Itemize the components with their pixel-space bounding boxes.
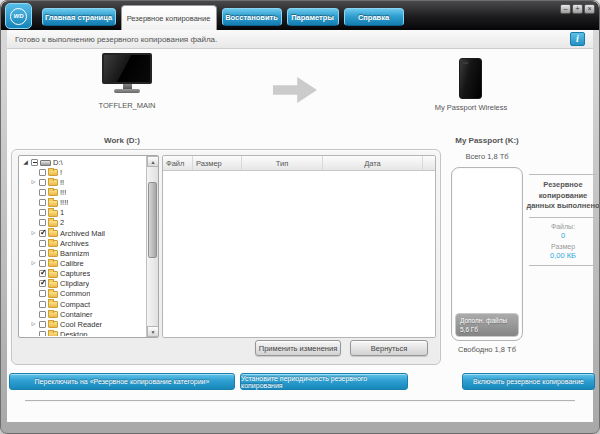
- tree-item[interactable]: Calibre: [20, 258, 145, 268]
- folder-checkbox[interactable]: [39, 250, 46, 257]
- tree-item[interactable]: Compact: [20, 299, 145, 309]
- folder-name: !!!: [60, 188, 66, 197]
- source-name: TOFFLER_MAIN: [67, 101, 187, 110]
- folder-icon: [48, 179, 58, 186]
- column-header-date[interactable]: Дата: [323, 156, 423, 170]
- tree-root-item[interactable]: D:\: [20, 157, 145, 167]
- expander-icon[interactable]: [30, 229, 37, 237]
- main-content: TOFFLER_MAIN My Passport Wireless Work (…: [7, 49, 593, 422]
- expander-icon[interactable]: [30, 320, 37, 328]
- maximize-button[interactable]: +: [572, 4, 583, 14]
- column-header-file[interactable]: Файл: [163, 156, 193, 170]
- folder-name: Cool Reader: [60, 320, 102, 329]
- tab-help[interactable]: Справка: [344, 8, 404, 26]
- tree-item[interactable]: Clipdiary: [20, 279, 145, 289]
- expander-icon[interactable]: [30, 259, 37, 267]
- tree-item[interactable]: Archived Mail: [20, 228, 145, 238]
- folder-icon: [48, 189, 58, 196]
- tree-item[interactable]: Common: [20, 289, 145, 299]
- folder-icon: [48, 291, 58, 298]
- tree-item[interactable]: !!!: [20, 187, 145, 197]
- tree-item[interactable]: 2: [20, 218, 145, 228]
- tree-item[interactable]: Bannizm: [20, 248, 145, 258]
- folder-checkbox[interactable]: [39, 331, 46, 336]
- folder-icon: [48, 321, 58, 328]
- apply-changes-button[interactable]: Применить изменения: [255, 340, 341, 356]
- info-icon[interactable]: i: [570, 32, 585, 46]
- computer-icon: [99, 53, 155, 99]
- folder-checkbox[interactable]: [39, 189, 46, 196]
- expander-icon[interactable]: [30, 178, 37, 186]
- folder-icon: [48, 210, 58, 217]
- folder-checkbox[interactable]: [39, 290, 46, 297]
- minimize-button[interactable]: –: [560, 4, 571, 14]
- folder-icon: [48, 331, 58, 336]
- folder-checkbox[interactable]: [39, 260, 46, 267]
- column-header-size[interactable]: Размер: [193, 156, 242, 170]
- tree-item[interactable]: !!!!: [20, 198, 145, 208]
- file-table-body: [163, 171, 435, 338]
- file-table-header: Файл Размер Тип Дата: [163, 156, 435, 171]
- folder-checkbox[interactable]: [39, 179, 46, 186]
- tab-backup[interactable]: Резервное копирование: [121, 5, 217, 30]
- folder-name: Container: [60, 310, 93, 319]
- tree-item[interactable]: Cool Reader: [20, 319, 145, 329]
- window-controls: – + ×: [560, 4, 595, 14]
- capacity-bar: Дополн. файлы 5,6 Гб: [451, 167, 523, 341]
- tree-scrollbar[interactable]: ▲ ▼: [146, 156, 158, 337]
- folder-icon: [48, 200, 58, 207]
- folder-checkbox[interactable]: [39, 199, 46, 206]
- folder-icon: [48, 311, 58, 318]
- scrollbar-thumb[interactable]: [148, 182, 157, 258]
- destination-volume-title: My Passport (K:): [421, 136, 553, 145]
- folder-name: Calibre: [60, 259, 84, 268]
- size-value: 0,00 КБ: [525, 251, 600, 260]
- folder-name: Bannizm: [60, 249, 89, 258]
- tab-settings[interactable]: Параметры: [287, 8, 339, 26]
- folder-tree-items: D:\ ! !! !!! !!!! 1 2: [20, 157, 145, 336]
- tree-item[interactable]: Container: [20, 309, 145, 319]
- scroll-down-icon[interactable]: ▼: [147, 326, 159, 337]
- folder-checkbox[interactable]: [39, 209, 46, 216]
- file-table: Файл Размер Тип Дата: [162, 155, 436, 338]
- free-space-label: Свободно 1,8 Тб: [439, 345, 535, 354]
- tab-home[interactable]: Главная страница: [42, 8, 116, 26]
- tree-item[interactable]: Archives: [20, 238, 145, 248]
- folder-name: 1: [60, 208, 64, 217]
- tree-item[interactable]: !: [20, 167, 145, 177]
- folder-checkbox[interactable]: [39, 240, 46, 247]
- column-header-empty: [423, 156, 435, 170]
- folder-checkbox[interactable]: [39, 280, 46, 287]
- folder-checkbox[interactable]: [39, 169, 46, 176]
- back-button[interactable]: Вернуться: [350, 340, 428, 356]
- tree-item[interactable]: !!: [20, 177, 145, 187]
- column-header-type[interactable]: Тип: [242, 156, 323, 170]
- destination-name: My Passport Wireless: [415, 103, 527, 112]
- folder-checkbox[interactable]: [39, 230, 46, 237]
- drive-glyph-icon: [40, 160, 51, 166]
- close-button[interactable]: ×: [584, 4, 595, 14]
- tree-item[interactable]: Desktop: [20, 329, 145, 336]
- folder-checkbox[interactable]: [39, 321, 46, 328]
- folder-checkbox[interactable]: [39, 311, 46, 318]
- folder-icon: [48, 169, 58, 176]
- folder-icon: [48, 281, 58, 288]
- folder-icon: [48, 230, 58, 237]
- expander-icon[interactable]: [22, 159, 29, 166]
- status-bar: Готово к выполнению резервного копирован…: [7, 30, 593, 49]
- switch-backup-mode-button[interactable]: Переключить на «Резервное копирование ка…: [9, 373, 235, 390]
- tab-restore[interactable]: Восстановить: [222, 8, 282, 26]
- enable-backup-button[interactable]: Включить резервное копирование: [462, 373, 595, 390]
- scroll-up-icon[interactable]: ▲: [147, 156, 159, 167]
- folder-checkbox[interactable]: [39, 301, 46, 308]
- folder-checkbox[interactable]: [39, 219, 46, 226]
- backup-direction-arrow-icon: [273, 77, 317, 103]
- tree-item[interactable]: Captures: [20, 269, 145, 279]
- folder-name: Common: [60, 289, 90, 298]
- app-window: WD Главная страница Резервное копировани…: [0, 0, 600, 434]
- root-checkbox[interactable]: [31, 159, 38, 166]
- tree-item[interactable]: 1: [20, 208, 145, 218]
- folder-checkbox[interactable]: [39, 270, 46, 277]
- set-backup-frequency-button[interactable]: Установите периодичность резервного копи…: [240, 373, 408, 390]
- folder-name: Archived Mail: [60, 229, 105, 238]
